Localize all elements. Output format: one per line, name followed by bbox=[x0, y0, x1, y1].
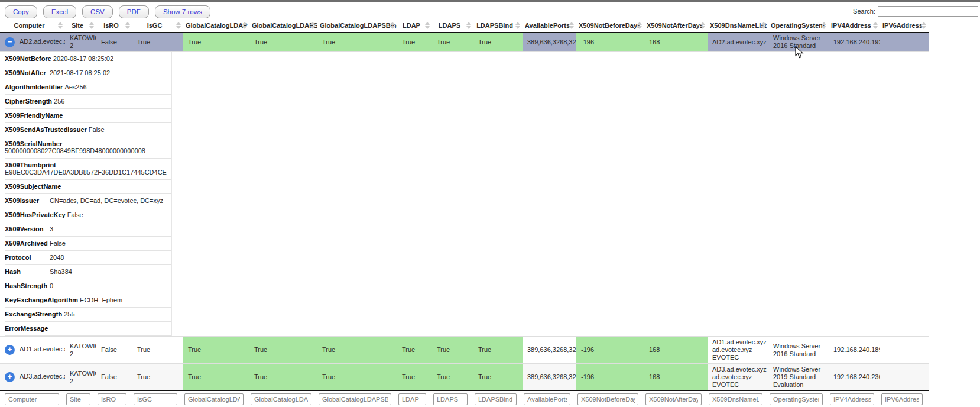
cell-globalcatalogldapsbind: True bbox=[317, 33, 397, 52]
cell-x509notbeforedays: -196 bbox=[576, 337, 644, 364]
detail-item: AlgorithmIdentifierAes256 bbox=[5, 80, 171, 95]
detail-value: 5000000008027C0849BF998D48000000000008 bbox=[5, 147, 145, 154]
column-header-ldapsbind[interactable]: LDAPSBind bbox=[473, 19, 523, 33]
column-header-label: OperatingSystem bbox=[771, 22, 825, 29]
cell-ipv4address: 192.168.240.192 bbox=[829, 33, 880, 52]
cell-x509notafterdays: 168 bbox=[644, 364, 708, 391]
filter-input-availableports[interactable] bbox=[524, 393, 570, 405]
cell-ldapsbind: True bbox=[473, 33, 523, 52]
detail-label: X509NotAfter bbox=[5, 69, 48, 76]
cell-x509notbeforedays: -196 bbox=[576, 364, 644, 391]
filter-input-ldapsbind[interactable] bbox=[475, 393, 517, 405]
filter-input-ipv4address[interactable] bbox=[830, 393, 874, 405]
detail-label: AlgorithmIdentifier bbox=[5, 83, 63, 91]
domain-controllers-table: ComputerSiteIsROIsGCGlobalCatalogLDAPGlo… bbox=[0, 19, 929, 407]
column-header-globalcatalogldapsbind[interactable]: GlobalCatalogLDAPSBind bbox=[317, 19, 397, 33]
filter-input-isgc[interactable] bbox=[134, 393, 177, 405]
sort-arrows-icon bbox=[822, 22, 826, 29]
filter-input-ldaps[interactable] bbox=[433, 393, 468, 405]
column-header-label: LDAP bbox=[403, 22, 420, 29]
column-header-x509dnsnamelist[interactable]: X509DnsNameList bbox=[708, 19, 768, 33]
table-row[interactable]: +AD3.ad.evotec.xyzKATOWICE-2FalseTrueTru… bbox=[0, 364, 929, 391]
detail-item: X509SubjectName bbox=[5, 180, 171, 194]
csv-button[interactable]: CSV bbox=[82, 5, 113, 18]
column-header-x509notbeforedays[interactable]: X509NotBeforeDays bbox=[576, 19, 644, 33]
filter-input-site[interactable] bbox=[66, 393, 90, 405]
pdf-button[interactable]: PDF bbox=[119, 5, 149, 18]
cell-x509notafterdays: 168 bbox=[644, 33, 708, 52]
cell-ipv4address: 192.168.240.189 bbox=[829, 337, 880, 364]
column-header-computer[interactable]: Computer bbox=[0, 19, 65, 33]
column-header-globalcatalogldap[interactable]: GlobalCatalogLDAP bbox=[183, 19, 249, 33]
column-header-label: IPV4Address bbox=[831, 22, 871, 29]
expand-row-button[interactable]: + bbox=[5, 345, 15, 355]
computer-name: AD3.ad.evotec.xyz bbox=[20, 373, 65, 380]
detail-label: ErrorMessage bbox=[5, 325, 48, 332]
detail-value: Aes256 bbox=[64, 83, 86, 91]
cell-operatingsystem: Windows Server 2019 Standard Evaluation bbox=[768, 364, 829, 391]
detail-value: 2021-08-17 08:25:02 bbox=[50, 69, 110, 76]
column-header-isgc[interactable]: IsGC bbox=[132, 19, 183, 33]
cell-globalcatalogldapsbind: True bbox=[317, 364, 397, 391]
filter-input-globalcatalogldap[interactable] bbox=[184, 393, 244, 405]
column-header-globalcatalogldaps[interactable]: GlobalCatalogLDAPS bbox=[249, 19, 317, 33]
column-header-ldap[interactable]: LDAP bbox=[397, 19, 432, 33]
filter-input-isro[interactable] bbox=[98, 393, 126, 405]
excel-button[interactable]: Excel bbox=[43, 5, 76, 18]
cell-operatingsystem: Windows Server 2016 Standard bbox=[768, 337, 829, 364]
detail-value: 0 bbox=[50, 282, 53, 289]
filter-input-operatingsystem[interactable] bbox=[770, 393, 823, 405]
filter-input-globalcatalogldapsbind[interactable] bbox=[319, 393, 391, 405]
cell-ldapsbind: True bbox=[473, 364, 523, 391]
filter-input-x509notbeforedays[interactable] bbox=[577, 393, 638, 405]
cell-ldapsbind: True bbox=[473, 337, 523, 364]
column-header-x509notafterdays[interactable]: X509NotAfterDays bbox=[644, 19, 708, 33]
filter-input-ldap[interactable] bbox=[398, 393, 426, 405]
filter-input-x509notafterdays[interactable] bbox=[645, 393, 702, 405]
detail-value: 2048 bbox=[50, 254, 64, 261]
detail-value: 255 bbox=[64, 311, 74, 318]
detail-label: X509Version bbox=[5, 225, 48, 232]
show-rows-button[interactable]: Show 7 rows bbox=[155, 5, 210, 18]
filter-input-computer[interactable] bbox=[5, 393, 59, 405]
detail-item: X509SerialNumber5000000008027C0849BF998D… bbox=[5, 137, 171, 159]
detail-label: X509HasPrivateKey bbox=[5, 211, 66, 218]
filter-input-ipv6address[interactable] bbox=[881, 393, 923, 405]
collapse-row-button[interactable]: − bbox=[5, 37, 15, 47]
computer-name: AD2.ad.evotec.xyz bbox=[20, 38, 65, 45]
detail-item: KeyExchangeAlgorithmECDH_Ephem bbox=[5, 293, 171, 308]
column-header-ldaps[interactable]: LDAPS bbox=[432, 19, 473, 33]
detail-label: X509Archived bbox=[5, 240, 48, 247]
detail-value: CN=adcs, DC=ad, DC=evotec, DC=xyz bbox=[50, 197, 163, 204]
detail-item: X509SendAsTrustedIssuerFalse bbox=[5, 123, 171, 137]
column-header-label: X509NotBeforeDays bbox=[579, 22, 641, 29]
cell-globalcatalogldaps: True bbox=[249, 337, 317, 364]
column-header-availableports[interactable]: AvailablePorts bbox=[523, 19, 576, 33]
search-input[interactable] bbox=[878, 6, 978, 17]
cell-site: KATOWICE-2 bbox=[65, 337, 96, 364]
copy-button[interactable]: Copy bbox=[5, 5, 37, 18]
expand-row-button[interactable]: + bbox=[5, 372, 15, 382]
table-row[interactable]: +AD1.ad.evotec.xyzKATOWICE-2FalseTrueTru… bbox=[0, 337, 929, 364]
computer-name: AD1.ad.evotec.xyz bbox=[20, 345, 65, 353]
column-header-ipv4address[interactable]: IPV4Address bbox=[829, 19, 880, 33]
detail-label: CipherStrength bbox=[5, 98, 52, 105]
table-header: ComputerSiteIsROIsGCGlobalCatalogLDAPGlo… bbox=[0, 19, 929, 33]
cell-isro: False bbox=[96, 364, 132, 391]
detail-item: X509ArchivedFalse bbox=[5, 237, 171, 251]
column-header-ipv6address[interactable]: IPV6Address bbox=[880, 19, 929, 33]
cell-isro: False bbox=[96, 33, 132, 52]
column-header-operatingsystem[interactable]: OperatingSystem bbox=[768, 19, 829, 33]
sort-arrows-icon bbox=[89, 22, 94, 29]
cell-isgc: True bbox=[132, 364, 183, 391]
table-row[interactable]: −AD2.ad.evotec.xyzKATOWICE-2FalseTrueTru… bbox=[0, 33, 929, 52]
column-header-label: GlobalCatalogLDAPSBind bbox=[320, 22, 397, 29]
column-header-label: IsRO bbox=[103, 22, 119, 29]
filter-input-x509dnsnamelist[interactable] bbox=[709, 393, 762, 405]
cell-x509dnsnamelist: AD1.ad.evotec.xyz ad.evotec.xyz EVOTEC bbox=[708, 337, 768, 364]
filter-input-globalcatalogldaps[interactable] bbox=[251, 393, 311, 405]
column-header-isro[interactable]: IsRO bbox=[96, 19, 132, 33]
detail-item: X509Version3 bbox=[5, 222, 171, 237]
detail-label: X509Thumbprint bbox=[5, 161, 56, 169]
column-header-site[interactable]: Site bbox=[65, 19, 96, 33]
